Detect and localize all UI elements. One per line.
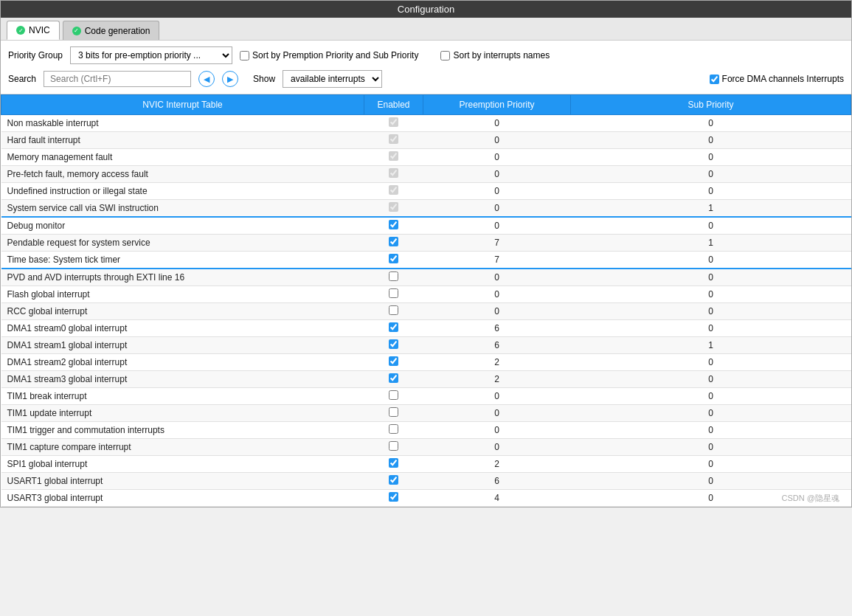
sort-premption-checkbox[interactable] (240, 51, 249, 60)
row-name: TIM1 break interrupt (1, 388, 364, 405)
table-row: DMA1 stream0 global interrupt60 (1, 320, 851, 337)
enabled-checkbox[interactable] (389, 168, 398, 178)
search-next-button[interactable]: ▶ (222, 71, 238, 87)
row-name: DMA1 stream0 global interrupt (1, 320, 364, 337)
row-enabled[interactable] (364, 269, 423, 286)
col-header-enabled: Enabled (364, 95, 423, 115)
enabled-checkbox[interactable] (389, 237, 398, 246)
row-preemption: 0 (423, 183, 571, 200)
row-preemption: 0 (423, 286, 571, 303)
row-enabled[interactable] (364, 422, 423, 439)
enabled-checkbox[interactable] (389, 220, 398, 229)
row-enabled[interactable] (364, 235, 423, 252)
enabled-checkbox[interactable] (389, 117, 398, 127)
enabled-checkbox[interactable] (389, 373, 398, 383)
row-enabled[interactable] (364, 200, 423, 218)
table-container[interactable]: NVIC Interrupt Table Enabled Preemption … (1, 94, 851, 507)
enabled-checkbox[interactable] (389, 151, 398, 161)
row-enabled[interactable] (364, 217, 423, 235)
tab-nvic[interactable]: NVIC (7, 21, 60, 40)
row-enabled[interactable] (364, 149, 423, 166)
row-sub-priority: 1 (571, 235, 851, 252)
row-enabled[interactable] (364, 473, 423, 490)
enabled-checkbox[interactable] (389, 254, 398, 263)
enabled-checkbox[interactable] (389, 458, 398, 468)
row-enabled[interactable] (364, 252, 423, 269)
row-sub-priority: 0 (571, 166, 851, 183)
row-preemption: 7 (423, 235, 571, 252)
search-label: Search (8, 74, 36, 84)
row-name: Pre-fetch fault, memory access fault (1, 166, 364, 183)
table-row: Undefined instruction or illegal state00 (1, 183, 851, 200)
row-preemption: 6 (423, 320, 571, 337)
row-sub-priority: 1 (571, 200, 851, 218)
row-enabled[interactable] (364, 132, 423, 149)
table-row: TIM1 break interrupt00 (1, 388, 851, 405)
enabled-checkbox[interactable] (389, 475, 398, 485)
row-enabled[interactable] (364, 490, 423, 507)
row-preemption: 2 (423, 371, 571, 388)
controls-row1: Priority Group 3 bits for pre-emption pr… (8, 46, 844, 64)
row-name: Pendable request for system service (1, 235, 364, 252)
row-enabled[interactable] (364, 405, 423, 422)
row-enabled[interactable] (364, 303, 423, 320)
sort-names-text: Sort by interrupts names (453, 50, 550, 60)
enabled-checkbox[interactable] (389, 339, 398, 349)
row-preemption: 2 (423, 456, 571, 473)
enabled-checkbox[interactable] (389, 202, 398, 212)
row-preemption: 6 (423, 473, 571, 490)
row-enabled[interactable] (364, 320, 423, 337)
row-preemption: 0 (423, 303, 571, 320)
window-title: Configuration (398, 4, 454, 15)
row-enabled[interactable] (364, 439, 423, 456)
enabled-checkbox[interactable] (389, 288, 398, 298)
enabled-checkbox[interactable] (389, 424, 398, 434)
table-row: DMA1 stream3 global interrupt20 (1, 371, 851, 388)
row-enabled[interactable] (364, 115, 423, 132)
force-dma-checkbox[interactable] (710, 75, 719, 84)
row-enabled[interactable] (364, 286, 423, 303)
show-select[interactable]: available interrupts all interrupts (283, 70, 382, 88)
priority-group-select[interactable]: 3 bits for pre-emption priority ... 4 bi… (70, 46, 232, 64)
row-preemption: 2 (423, 354, 571, 371)
row-preemption: 0 (423, 149, 571, 166)
enabled-checkbox[interactable] (389, 305, 398, 315)
row-sub-priority: 0 (571, 149, 851, 166)
enabled-checkbox[interactable] (389, 492, 398, 502)
row-enabled[interactable] (364, 337, 423, 354)
table-row: SPI1 global interrupt20 (1, 456, 851, 473)
sort-names-label[interactable]: Sort by interrupts names (440, 50, 550, 60)
row-name: PVD and AVD interrupts through EXTI line… (1, 269, 364, 286)
row-enabled[interactable] (364, 456, 423, 473)
row-sub-priority: 0 (571, 439, 851, 456)
enabled-checkbox[interactable] (389, 185, 398, 195)
force-dma-label[interactable]: Force DMA channels Interrupts (710, 74, 844, 84)
row-preemption: 0 (423, 405, 571, 422)
search-input[interactable] (44, 71, 191, 87)
row-name: Flash global interrupt (1, 286, 364, 303)
tab-code-gen[interactable]: Code generation (63, 21, 160, 40)
row-enabled[interactable] (364, 388, 423, 405)
tabs-bar: NVIC Code generation (1, 18, 851, 41)
row-enabled[interactable] (364, 371, 423, 388)
enabled-checkbox[interactable] (389, 271, 398, 281)
enabled-checkbox[interactable] (389, 441, 398, 451)
enabled-checkbox[interactable] (389, 356, 398, 366)
search-prev-button[interactable]: ◀ (198, 71, 215, 87)
row-name: Undefined instruction or illegal state (1, 183, 364, 200)
enabled-checkbox[interactable] (389, 134, 398, 144)
row-sub-priority: 0 (571, 422, 851, 439)
enabled-checkbox[interactable] (389, 407, 398, 417)
controls-area: Priority Group 3 bits for pre-emption pr… (1, 41, 851, 94)
row-sub-priority: 0 (571, 405, 851, 422)
row-sub-priority: 0 (571, 183, 851, 200)
sort-premption-label[interactable]: Sort by Premption Priority and Sub Prior… (240, 50, 418, 60)
enabled-checkbox[interactable] (389, 390, 398, 400)
row-enabled[interactable] (364, 183, 423, 200)
enabled-checkbox[interactable] (389, 322, 398, 332)
row-enabled[interactable] (364, 354, 423, 371)
row-preemption: 4 (423, 490, 571, 507)
sort-names-checkbox[interactable] (440, 51, 450, 60)
tab-nvic-label: NVIC (29, 25, 50, 35)
row-enabled[interactable] (364, 166, 423, 183)
